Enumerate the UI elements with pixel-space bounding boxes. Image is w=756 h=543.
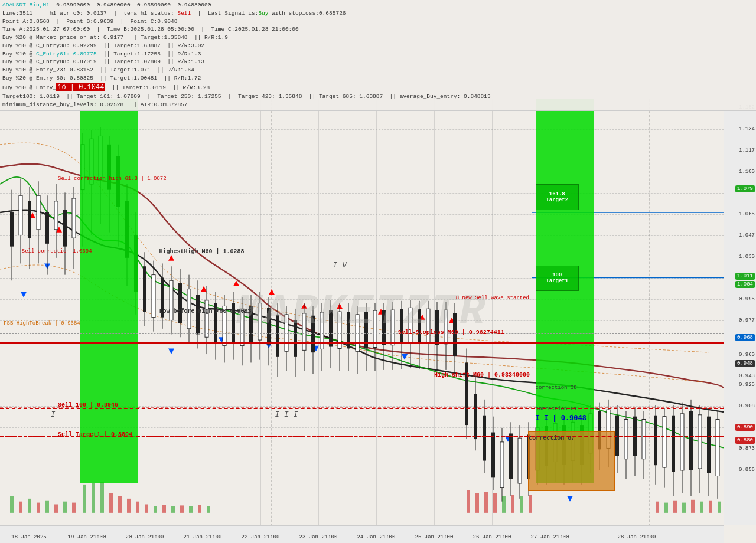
svg-rect-132: [491, 433, 495, 478]
price-1134: 1.134: [739, 126, 755, 132]
svg-rect-204: [198, 505, 201, 512]
price-0890-highlight: 0.890: [735, 424, 755, 431]
svg-rect-191: [83, 485, 86, 513]
info-line-13: minimum_distance_buy_levels: 0.02528 || …: [2, 101, 754, 109]
wave-IV-label: I V: [333, 261, 347, 270]
svg-marker-2: [168, 255, 174, 261]
svg-rect-174: [680, 414, 684, 470]
new-sell-wave-label: 8 New Sell wave started: [456, 295, 529, 301]
svg-rect-120: [435, 310, 439, 345]
svg-rect-205: [207, 506, 210, 513]
svg-rect-34: [54, 201, 58, 230]
svg-rect-56: [152, 275, 155, 318]
info-line-4: Time A:2025.01.27 07:00:00 | Time B:2025…: [2, 25, 754, 34]
price-0960: 0.960: [739, 352, 755, 358]
price-0856: 0.856: [739, 467, 755, 473]
price-0943: 0.943: [739, 373, 755, 379]
svg-rect-190: [72, 503, 76, 513]
svg-rect-30: [37, 195, 40, 230]
time-24jan: 24 Jan 21:00: [357, 534, 396, 540]
price-1047: 1.047: [739, 233, 755, 238]
price-1117: 1.117: [739, 148, 755, 153]
svg-rect-166: [642, 419, 646, 459]
svg-rect-178: [698, 415, 702, 469]
low-before-high-label: Low before High M60 0.9093: [159, 308, 252, 315]
svg-rect-24: [10, 212, 14, 247]
svg-rect-38: [72, 198, 76, 238]
sell-100-text: Sell 100 | 0.8946: [58, 402, 118, 408]
svg-rect-188: [54, 504, 58, 512]
info-panel: ADAUSDT-Bin,H1 0.93990000 0.94890000 0.9…: [0, 0, 756, 111]
time-28jan: 28 Jan 21:00: [618, 534, 656, 540]
price-1011-highlight: 1.011: [735, 273, 755, 280]
zone-green-right: [536, 99, 594, 483]
svg-rect-210: [502, 496, 506, 513]
svg-rect-66: [196, 295, 200, 334]
target1-box: 100Target1: [536, 266, 579, 291]
sell-100-line: [0, 408, 724, 409]
info-line-3: Point A:0.8568 | Point B:0.9639 | Point …: [2, 18, 754, 26]
svg-rect-220: [709, 501, 712, 513]
svg-rect-221: [718, 502, 721, 513]
target2-label: 161.8Target2: [546, 191, 568, 203]
info-line-12: Target100: 1.0119 || Target 161: 1.07809…: [2, 93, 754, 101]
svg-rect-90: [302, 313, 306, 350]
price-0873: 0.873: [739, 446, 755, 452]
svg-rect-196: [127, 499, 131, 513]
price-1004-highlight: 1.004: [735, 281, 755, 288]
svg-rect-215: [664, 503, 668, 513]
svg-rect-186: [37, 503, 40, 513]
svg-rect-201: [171, 506, 175, 513]
svg-rect-195: [118, 496, 122, 513]
price-0908: 0.908: [739, 403, 755, 409]
info-line-2: Line:3511 | h1_atr_c0: 0.0137 | tema_h1_…: [2, 9, 754, 18]
svg-rect-96: [329, 310, 333, 346]
svg-rect-218: [691, 500, 695, 513]
svg-rect-88: [294, 320, 297, 356]
svg-rect-184: [19, 502, 22, 513]
time-22jan: 22 Jan 21:00: [242, 534, 280, 540]
svg-rect-200: [162, 505, 166, 512]
svg-rect-192: [92, 483, 95, 513]
svg-rect-189: [63, 502, 67, 513]
svg-rect-114: [409, 308, 412, 343]
correction-61-label: correction 61: [536, 406, 577, 412]
price-0948-highlight: 0.948: [735, 360, 755, 367]
sell-stoploss-line: [0, 342, 724, 344]
svg-rect-168: [654, 416, 657, 465]
time-21jan: 21 Jan 21:00: [184, 534, 222, 540]
time-23jan: 23 Jan 21:00: [299, 534, 338, 540]
target1-label: 100Target1: [546, 272, 568, 284]
svg-rect-116: [418, 309, 421, 344]
svg-rect-197: [136, 502, 139, 513]
sell-correction-high-label: Sell correction high 61.8 | 1.0872: [58, 176, 167, 182]
price-axis: 1.152 1.134 1.117 1.100 1.079 1.065 1.04…: [724, 99, 756, 525]
sell-target1-text: Sell Target1 | 0.8804: [58, 431, 132, 438]
svg-rect-82: [267, 308, 271, 344]
svg-marker-22: [567, 496, 573, 502]
svg-marker-5: [269, 289, 275, 295]
svg-marker-3: [201, 286, 207, 292]
price-0880-highlight: 0.880: [735, 437, 755, 444]
price-0968-highlight: 0.968: [735, 334, 755, 341]
svg-rect-193: [100, 482, 104, 513]
target2-box: 161.8Target2: [536, 184, 579, 210]
svg-rect-180: [707, 417, 711, 473]
high-shift-label: High-shift M60 | 0.93340000: [434, 372, 530, 378]
svg-rect-185: [28, 499, 31, 513]
wave-I-label: I: [51, 410, 56, 419]
time-25jan: 25 Jan 21:00: [415, 534, 454, 540]
svg-rect-32: [45, 212, 49, 244]
svg-rect-128: [474, 394, 477, 439]
svg-rect-194: [109, 493, 113, 513]
wave-III-label: I I I: [275, 410, 298, 419]
price-1079-highlight: 1.079: [735, 185, 755, 192]
svg-rect-134: [500, 442, 504, 488]
svg-rect-136: [509, 433, 513, 479]
svg-rect-206: [467, 490, 470, 512]
info-line-10: Buy %20 @ Entry_50: 0.80325 || Target:1.…: [2, 74, 754, 83]
info-line-11: Buy %10 @ Entry_1ô | 0.1044 || Target:1.…: [2, 83, 754, 93]
info-line-5: Buy %20 @ Market price or at: 0.9177 || …: [2, 34, 754, 42]
time-26jan: 26 Jan 21:00: [473, 534, 511, 540]
svg-rect-68: [205, 300, 208, 337]
